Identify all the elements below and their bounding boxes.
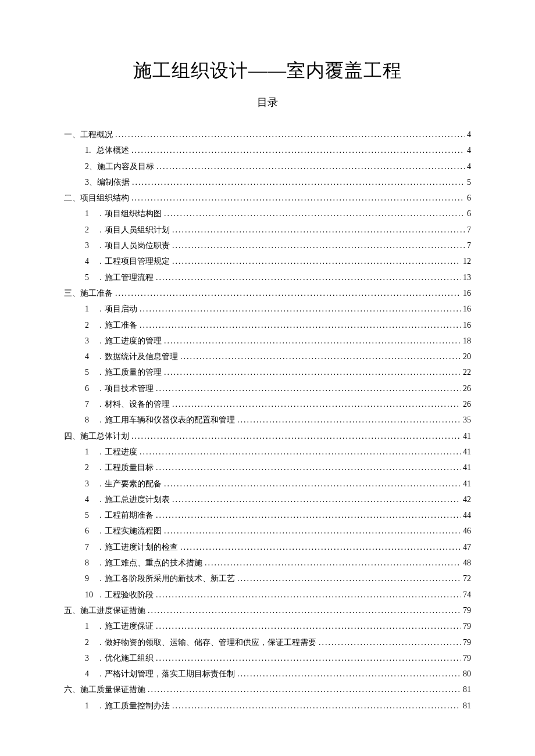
toc-entry-label: ．施工进度计划的检查 bbox=[97, 539, 178, 555]
toc-leader-dots bbox=[131, 142, 465, 158]
toc-entry: 1．项目启动16 bbox=[64, 301, 471, 317]
toc-entry-number: 1 bbox=[85, 444, 97, 460]
toc-entry-number: 6 bbox=[85, 381, 97, 396]
toc-entry: 4．严格计划管理，落实工期目标责任制80 bbox=[64, 666, 471, 682]
toc-entry-number: 1 bbox=[85, 618, 97, 634]
toc-leader-dots bbox=[131, 190, 465, 206]
toc-entry-label: ．项目人员岗位职责 bbox=[97, 238, 170, 253]
toc-entry-page: 5 bbox=[467, 174, 471, 190]
toc-entry-page: 47 bbox=[463, 539, 471, 555]
toc-entry: 9．施工各阶段所采用的新技术、新工艺72 bbox=[64, 571, 471, 586]
toc-entry: 7．施工进度计划的检查47 bbox=[64, 539, 471, 555]
toc-entry-label: ．施工质量控制办法 bbox=[97, 698, 170, 714]
toc-leader-dots bbox=[156, 507, 461, 523]
toc-entry-number: 5 bbox=[85, 270, 97, 285]
toc-entry-page: 79 bbox=[463, 603, 471, 618]
document-page: 施工组织设计——室内覆盖工程 目录 一、工程概况41.总体概述42、施工内容及目… bbox=[0, 0, 535, 756]
toc-leader-dots bbox=[156, 618, 461, 634]
toc-leader-dots bbox=[172, 396, 461, 412]
toc-entry-page: 16 bbox=[463, 285, 471, 301]
toc-entry: 7．材料、设备的管理26 bbox=[64, 396, 471, 412]
toc-leader-dots bbox=[156, 587, 461, 603]
toc-leader-dots bbox=[164, 333, 461, 349]
toc-entry-page: 18 bbox=[463, 333, 471, 349]
toc-entry: 6．工程实施流程图46 bbox=[64, 523, 471, 539]
toc-leader-dots bbox=[140, 444, 461, 460]
toc-entry-label: ．工程验收阶段 bbox=[97, 587, 154, 603]
toc-entry-number: 2、 bbox=[85, 159, 97, 174]
toc-entry-label: ．项目技术管理 bbox=[97, 381, 154, 396]
toc-entry-number: 3 bbox=[85, 476, 97, 492]
toc-entry-number: 五、 bbox=[64, 603, 80, 618]
toc-leader-dots bbox=[180, 349, 461, 364]
toc-entry-number: 4 bbox=[85, 492, 97, 507]
toc-entry-number: 4 bbox=[85, 253, 97, 269]
toc-entry-number: 5 bbox=[85, 364, 97, 380]
toc-entry: 1．工程进度41 bbox=[64, 444, 471, 460]
toc-entry-page: 26 bbox=[463, 381, 471, 396]
toc-entry: 3、编制依据5 bbox=[64, 174, 471, 190]
toc-entry-page: 13 bbox=[463, 270, 471, 285]
toc-leader-dots bbox=[156, 650, 461, 666]
toc-leader-dots bbox=[131, 428, 461, 444]
toc-entry-number: 2 bbox=[85, 635, 97, 650]
toc-entry-label: ．项目启动 bbox=[97, 301, 137, 317]
toc-entry-number: 8 bbox=[85, 555, 97, 571]
toc-entry-number: 7 bbox=[85, 396, 97, 412]
toc-leader-dots bbox=[140, 317, 461, 333]
toc-leader-dots bbox=[172, 238, 465, 253]
toc-entry: 3．项目人员岗位职责7 bbox=[64, 238, 471, 253]
toc-entry-label: ．施工用车辆和仪器仪表的配置和管理 bbox=[97, 412, 235, 428]
toc-leader-dots bbox=[148, 603, 461, 618]
toc-entry-page: 41 bbox=[463, 428, 471, 444]
toc-entry-page: 20 bbox=[463, 349, 471, 364]
toc-leader-dots bbox=[115, 285, 461, 301]
toc-leader-dots bbox=[172, 253, 461, 269]
toc-entry-page: 41 bbox=[463, 476, 471, 492]
toc-leader-dots bbox=[132, 174, 465, 190]
toc-leader-dots bbox=[237, 666, 461, 682]
toc-leader-dots bbox=[164, 476, 461, 492]
toc-entry-label: ．施工进度保证 bbox=[97, 618, 154, 634]
toc-entry-page: 44 bbox=[463, 507, 471, 523]
toc-entry-number: 一、 bbox=[64, 127, 80, 142]
toc-entry-page: 74 bbox=[463, 587, 471, 603]
toc-entry: 2．施工准备16 bbox=[64, 317, 471, 333]
toc-entry: 5．工程前期准备44 bbox=[64, 507, 471, 523]
toc-leader-dots bbox=[156, 381, 461, 396]
toc-entry-label: 施工内容及目标 bbox=[97, 159, 154, 174]
toc-entry-number: 2 bbox=[85, 460, 97, 475]
toc-entry: 3．施工进度的管理18 bbox=[64, 333, 471, 349]
toc-leader-dots bbox=[205, 555, 461, 571]
toc-entry: 六、施工质量保证措施81 bbox=[64, 682, 471, 697]
toc-leader-dots bbox=[319, 635, 461, 650]
toc-entry-label: ．工程前期准备 bbox=[97, 507, 154, 523]
toc-entry-number: 1. bbox=[85, 142, 97, 158]
toc-entry-number: 6 bbox=[85, 523, 97, 539]
toc-heading: 目录 bbox=[64, 95, 471, 109]
toc-entry: 5．施工质量的管理22 bbox=[64, 364, 471, 380]
toc-entry-label: ．工程实施流程图 bbox=[97, 523, 162, 539]
toc-entry-number: 5 bbox=[85, 507, 97, 523]
toc-entry-label: ．施工总进度计划表 bbox=[97, 492, 170, 507]
toc-entry-page: 6 bbox=[467, 206, 471, 221]
toc-entry-page: 7 bbox=[467, 238, 471, 253]
toc-entry: 1．项目组织结构图6 bbox=[64, 206, 471, 221]
toc-entry-page: 4 bbox=[467, 142, 471, 158]
toc-entry-page: 6 bbox=[467, 190, 471, 206]
toc-entry-label: ．施工管理流程 bbox=[97, 270, 154, 285]
toc-entry-label: ．施工质量的管理 bbox=[97, 364, 162, 380]
toc-entry-label: ．项目人员组织计划 bbox=[97, 222, 170, 238]
toc-entry-label: ．工程项目管理规定 bbox=[97, 253, 170, 269]
toc-entry-number: 3 bbox=[85, 650, 97, 666]
toc-entry-page: 16 bbox=[463, 301, 471, 317]
toc-entry-number: 1 bbox=[85, 301, 97, 317]
toc-entry-label: ．施工各阶段所采用的新技术、新工艺 bbox=[97, 571, 235, 586]
toc-entry-label: ．优化施工组织 bbox=[97, 650, 154, 666]
toc-entry: 3．生产要素的配备41 bbox=[64, 476, 471, 492]
toc-leader-dots bbox=[156, 460, 461, 475]
toc-entry-label: ．工程质量目标 bbox=[97, 460, 154, 475]
toc-entry: 四、施工总体计划41 bbox=[64, 428, 471, 444]
toc-entry-label: ．施工准备 bbox=[97, 317, 137, 333]
toc-leader-dots bbox=[180, 539, 461, 555]
